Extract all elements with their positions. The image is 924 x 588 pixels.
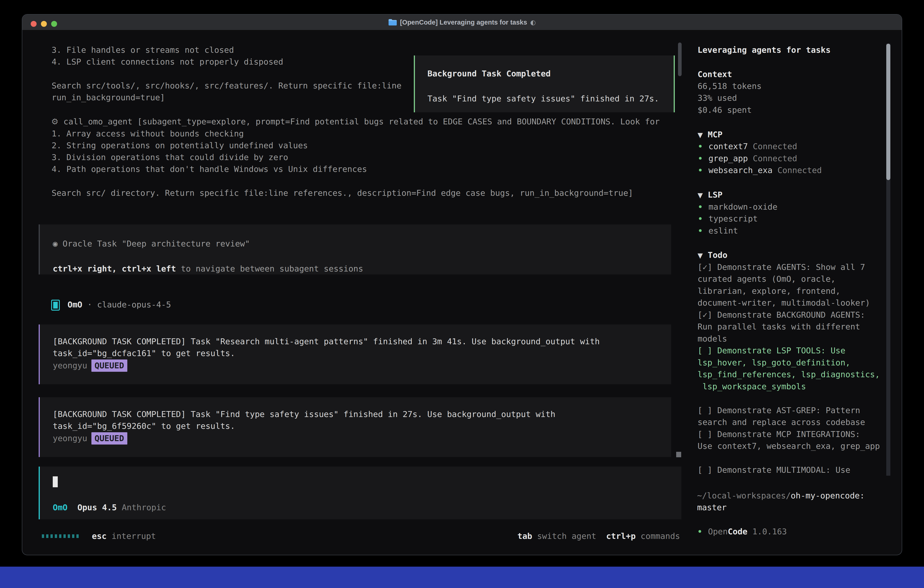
- input-agent-line: OmO Opus 4.5 Anthropic: [53, 502, 166, 514]
- mcp-item: context7 Connected: [699, 140, 797, 152]
- status-dot-icon: [699, 157, 702, 160]
- oracle-task-box: ◉ Oracle Task "Deep architecture review"…: [39, 225, 671, 274]
- window-title: [OpenCode] Leveraging agents for tasks: [400, 19, 527, 26]
- todo-line: [✓] Demonstrate AGENTS: Show all 7: [698, 261, 865, 273]
- mcp-item: grep_app Connected: [699, 153, 797, 164]
- oracle-hint-line: ctrl+x right, ctrl+x left to navigate be…: [53, 263, 363, 275]
- lsp-section-header[interactable]: ▼ LSP: [698, 189, 723, 201]
- folder-icon: [388, 19, 397, 26]
- desktop-strip: [0, 567, 924, 588]
- queued-badge: QUEUED: [91, 360, 127, 372]
- mcp-item: websearch_exa Connected: [699, 164, 822, 176]
- sidebar-scrollbar-thumb[interactable]: [886, 44, 890, 180]
- todo-line: document-writer, multimodal-looker): [698, 297, 870, 309]
- task-meta: yeongyuQUEUED: [53, 432, 127, 444]
- lsp-item: typescript: [699, 213, 758, 225]
- task-message-block: [BACKGROUND TASK COMPLETED] Task "Find t…: [39, 397, 671, 457]
- todo-line: search and replace across codebase: [698, 416, 865, 428]
- background-task-toast: Background Task Completed Task "Find typ…: [414, 56, 675, 112]
- todo-line: [ ] Demonstrate MCP INTEGRATIONS:: [698, 428, 860, 440]
- screen: [OpenCode] Leveraging agents for tasks ◐…: [0, 0, 924, 588]
- context-used: 33% used: [698, 92, 737, 104]
- main-scrollbar-indicator[interactable]: [676, 452, 681, 457]
- todo-line: [ ] Demonstrate AST-GREP: Pattern: [698, 405, 860, 416]
- workspace-path: ~/local-workspaces/oh-my-opencode:: [697, 490, 865, 502]
- todo-line: librarian, explore, frontend,: [698, 285, 841, 297]
- history-line: 3. File handles or streams not closed: [52, 44, 234, 56]
- activity-dots: [42, 530, 79, 542]
- key-hints: tab switch agent ctrl+p commands: [518, 530, 680, 542]
- task-message-block: [BACKGROUND TASK COMPLETED] Task "Resear…: [39, 324, 671, 384]
- version-line: OpenCode 1.0.163: [698, 526, 787, 537]
- oracle-icon: ◉: [53, 239, 58, 248]
- status-dot-icon: [698, 530, 701, 533]
- maximize-button[interactable]: [51, 21, 57, 27]
- omo-agent-icon: [51, 300, 60, 311]
- todo-section-header[interactable]: ▼ Todo: [698, 249, 727, 261]
- status-dot-icon: [699, 205, 702, 208]
- titlebar: [OpenCode] Leveraging agents for tasks ◐: [22, 15, 902, 30]
- tool-call-line: ⚙ call_omo_agent [subagent_type=explore,…: [51, 116, 660, 127]
- bug-list-item: 3. Division operations that could divide…: [52, 152, 288, 163]
- toast-body: Task "Find type safety issues" finished …: [427, 93, 659, 105]
- todo-line-active: [ ] Demonstrate LSP TOOLS: Use: [698, 345, 845, 357]
- input-provider: Anthropic: [122, 503, 166, 512]
- main-scrollbar-thumb[interactable]: [678, 43, 681, 76]
- todo-line: curated agents (OmO, oracle,: [698, 273, 836, 285]
- todo-line: Run parallel tasks with different: [698, 321, 860, 333]
- mcp-section-header[interactable]: ▼ MCP: [698, 129, 723, 141]
- todo-line: [✓] Demonstrate BACKGROUND AGENTS:: [698, 309, 865, 321]
- history-line: 4. LSP client connections not properly d…: [52, 56, 283, 68]
- sidebar-session-title: Leveraging agents for tasks: [698, 44, 830, 56]
- oracle-hint-keys: ctrl+x right, ctrl+x left: [53, 264, 176, 273]
- chevron-down-icon: ▼: [698, 251, 703, 259]
- context-heading: Context: [698, 68, 732, 80]
- oracle-title: Oracle Task "Deep architecture review": [58, 239, 250, 248]
- minimize-button[interactable]: [41, 21, 47, 27]
- tool-call-text: call_omo_agent [subagent_type=explore, p…: [63, 117, 660, 126]
- bug-list-item: 4. Path operations that don't handle Win…: [52, 163, 367, 175]
- todo-line-active: lsp_find_references, lsp_diagnostics,: [698, 368, 880, 380]
- todo-line: models: [698, 333, 727, 345]
- todo-line-active: lsp_workspace_symbols: [698, 381, 806, 393]
- task-line2: task_id="bg_6f59260c" to get results.: [53, 420, 235, 432]
- gear-icon: ⚙: [51, 117, 58, 126]
- chevron-down-icon: ▼: [698, 191, 703, 199]
- todo-line: [ ] Demonstrate MULTIMODAL: Use: [698, 464, 850, 476]
- input-model: Opus 4.5: [77, 503, 117, 512]
- toast-title: Background Task Completed: [427, 68, 551, 79]
- chevron-down-icon: ▼: [698, 131, 703, 139]
- agent-model: · claude-opus-4-5: [82, 300, 171, 309]
- todo-line-active: lsp_hover, lsp_goto_definition,: [698, 357, 850, 368]
- prompt-line: run_in_background=true]: [52, 92, 165, 104]
- status-dot-icon: [699, 145, 702, 147]
- context-spent: $0.46 spent: [698, 104, 752, 116]
- todo-line: Use context7, websearch_exa, grep_app: [698, 440, 880, 452]
- esc-hint: esc interrupt: [92, 530, 156, 542]
- agent-name: OmO: [68, 300, 82, 309]
- opencode-window: [OpenCode] Leveraging agents for tasks ◐…: [22, 14, 902, 555]
- oracle-hint-rest: to navigate between subagent sessions: [176, 264, 363, 273]
- status-dot-icon: [699, 169, 702, 172]
- status-dot-icon: [699, 229, 702, 232]
- task-line2: task_id="bg_dcfac161" to get results.: [53, 347, 235, 359]
- bug-list-item: 2. String operations on potentially unde…: [52, 140, 308, 152]
- status-dot-icon: [699, 217, 702, 220]
- queued-badge: QUEUED: [91, 432, 127, 444]
- oracle-title-line: ◉ Oracle Task "Deep architecture review": [53, 238, 250, 249]
- window-title-wrap: [OpenCode] Leveraging agents for tasks ◐: [388, 19, 536, 26]
- text-cursor: [53, 476, 58, 487]
- bug-list-item: 1. Array access without bounds checking: [52, 128, 244, 140]
- prompt-input[interactable]: OmO Opus 4.5 Anthropic: [39, 467, 681, 519]
- prompt-close-line: Search src/ directory. Return specific f…: [52, 187, 633, 199]
- close-button[interactable]: [31, 21, 36, 27]
- input-agent: OmO: [53, 503, 68, 512]
- lsp-item: markdown-oxide: [699, 201, 777, 213]
- context-tokens: 66,518 tokens: [698, 80, 762, 92]
- half-circle-icon: ◐: [530, 19, 536, 26]
- lsp-item: eslint: [699, 225, 738, 237]
- task-meta: yeongyuQUEUED: [53, 360, 127, 372]
- task-user: yeongyu: [53, 361, 87, 370]
- task-user: yeongyu: [53, 434, 87, 443]
- prompt-line: Search src/tools/, src/hooks/, src/featu…: [52, 80, 401, 92]
